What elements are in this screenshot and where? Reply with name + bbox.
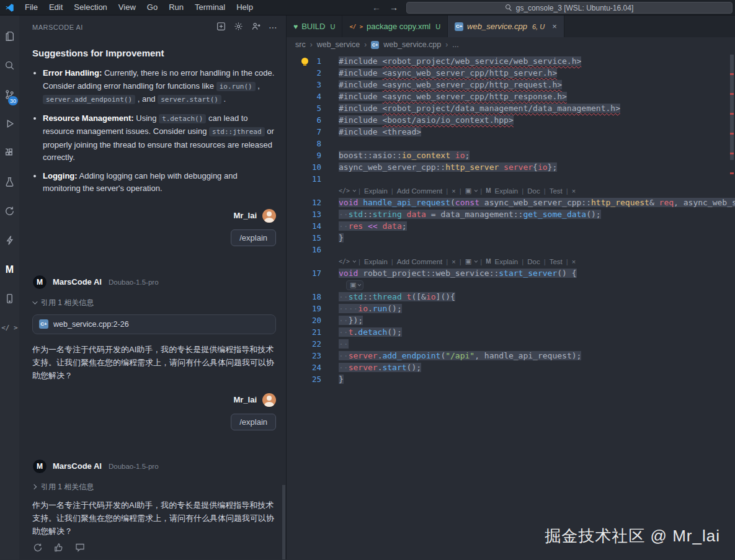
new-chat-icon[interactable] [216,22,226,33]
code-line[interactable]: 3#include <async_web_server_cpp/http_req… [287,79,735,91]
code-line[interactable]: 15} [287,232,735,244]
reference-toggle[interactable]: 引用 1 相关信息 [32,482,276,492]
codelens-row[interactable]: </>|Explain|Add Comment|×|▣|MExplain|Doc… [287,185,735,197]
code-line[interactable]: 11 [287,173,735,185]
tab-build[interactable]: ♥ BUILD U [287,16,342,37]
code-line[interactable]: 12void handle_api_request(const async_we… [287,197,735,208]
editor-scrollbar[interactable] [729,37,735,559]
breadcrumb-web-service[interactable]: web_service [317,40,360,49]
reference-toggle[interactable]: 引用 1 相关信息 [32,298,276,308]
nav-forward-icon[interactable]: → [390,0,398,15]
close-icon[interactable]: × [552,22,557,31]
code-line[interactable]: 8 [287,138,735,149]
breadcrumb-file[interactable]: web_service.cpp [383,40,441,49]
code-line[interactable]: 1#include <robot_project/web_service/web… [287,55,735,67]
regenerate-icon[interactable] [33,543,43,555]
testing-icon[interactable] [0,167,19,197]
explain-command-chip[interactable]: /explain [231,414,276,430]
code-line[interactable]: 25} [287,373,735,385]
code-line[interactable]: 24··server.start(); [287,362,735,373]
reference-chip[interactable]: C+ web_service.cpp:2-26 [32,314,276,334]
breadcrumb-symbol[interactable]: ... [452,40,458,49]
device-icon[interactable] [0,284,19,313]
codelens-doc[interactable]: Doc [527,258,540,265]
codelens-close[interactable]: × [452,258,455,265]
code-line[interactable]: 17void robot_project::web_service::start… [287,267,735,279]
codelens-doc[interactable]: Doc [527,187,540,195]
codelens-add-comment[interactable]: Add Comment [397,187,443,195]
comment-icon[interactable] [75,543,85,555]
chevron-down-icon[interactable] [358,283,362,287]
search-sidebar-icon[interactable] [0,51,19,80]
codelens-add-comment[interactable]: Add Comment [397,258,443,265]
code-line[interactable]: 13··std::string data = data_management::… [287,208,735,220]
marscode-activity-icon[interactable]: M [0,255,19,284]
chevron-down-icon[interactable] [474,188,478,192]
code-line[interactable]: 16 [287,244,735,256]
code-line[interactable]: 4#include <async_web_server_cpp/http_res… [287,91,735,102]
sync-icon[interactable] [0,197,19,226]
extensions-icon[interactable] [0,138,19,167]
chevron-down-icon[interactable] [353,188,357,192]
scrollbar-thumb[interactable] [730,55,734,160]
code-snippets-icon[interactable]: </ > [0,313,19,342]
codelens-close[interactable]: × [452,187,455,195]
codelens-test[interactable]: Test [550,258,563,265]
menu-edit[interactable]: Edit [43,0,68,15]
codelens-ai-explain[interactable]: Explain [494,187,518,195]
code-line[interactable]: 7#include <thread> [287,126,735,138]
menu-terminal[interactable]: Terminal [189,0,231,15]
code-line[interactable]: 6#include <boost/asio/io_context.hpp> [287,114,735,126]
marscode-logo-icon[interactable]: M [486,187,491,194]
codelens-widget-icon[interactable]: ▣ [465,187,471,195]
sidebar-scrollbar[interactable] [282,485,285,559]
explain-command-chip[interactable]: /explain [231,229,276,246]
tab-web-service-cpp[interactable]: C+ web_service.cpp 6, U × [448,16,564,37]
code-line[interactable]: 22·· [287,338,735,350]
code-line[interactable]: 9boost::asio::io_context io; [287,149,735,161]
code-line[interactable]: 14··res << data; [287,220,735,232]
codelens-code-icon[interactable]: </> [339,187,350,194]
code-line[interactable]: 2#include <async_web_server_cpp/http_ser… [287,67,735,79]
codelens-row[interactable]: </>|Explain|Add Comment|×|▣|MExplain|Doc… [287,256,735,267]
share-profile-icon[interactable] [251,22,261,33]
codelens-code-icon[interactable]: </> [339,258,350,265]
nav-back-icon[interactable]: ← [372,0,381,15]
run-debug-icon[interactable] [0,109,19,138]
code-line[interactable]: 18··std::thread t([&io](){ [287,291,735,303]
code-line[interactable]: 21··t.detach(); [287,326,735,338]
code-line[interactable]: 5#include <robot_project/data_management… [287,102,735,114]
code-line[interactable]: 20··}); [287,314,735,326]
code-line[interactable]: 23··server.add_endpoint("/api", handle_a… [287,350,735,362]
menu-help[interactable]: Help [231,0,259,15]
marscode-logo-icon[interactable]: M [486,258,491,265]
chevron-down-icon[interactable] [353,259,357,262]
vscode-logo-icon[interactable] [5,3,14,12]
explorer-icon[interactable] [0,22,19,51]
menu-run[interactable]: Run [163,0,189,15]
tab-package-copy-xml[interactable]: </ > package copy.xml U [342,16,448,37]
command-center-search[interactable]: gs_console_3 [WSL: Ubuntu-16.04] [406,2,733,14]
more-actions-icon[interactable]: ⋯ [269,22,277,32]
codelens-close-2[interactable]: × [572,187,576,195]
inline-widget-row[interactable]: ▣ [287,279,735,291]
code-line[interactable]: 19····io.run(); [287,303,735,314]
menu-selection[interactable]: Selection [68,0,112,15]
codelens-close-2[interactable]: × [572,258,576,265]
inline-widget-icon[interactable]: ▣ [350,281,356,289]
source-control-icon[interactable]: 30 [0,80,19,109]
plugin-icon[interactable] [0,226,19,255]
code-line[interactable]: 10async_web_server_cpp::http_server serv… [287,161,735,173]
codelens-test[interactable]: Test [550,187,563,195]
codelens-ai-explain[interactable]: Explain [494,258,518,265]
lightbulb-icon[interactable] [301,58,308,64]
codelens-explain[interactable]: Explain [364,187,388,195]
menu-view[interactable]: View [113,0,141,15]
menu-file[interactable]: File [19,0,43,15]
codelens-widget-icon[interactable]: ▣ [465,257,471,265]
codelens-explain[interactable]: Explain [364,258,388,265]
breadcrumb-src[interactable]: src [295,40,306,49]
gear-icon[interactable] [234,22,243,33]
menu-go[interactable]: Go [141,0,163,15]
thumbs-up-icon[interactable] [54,543,64,555]
